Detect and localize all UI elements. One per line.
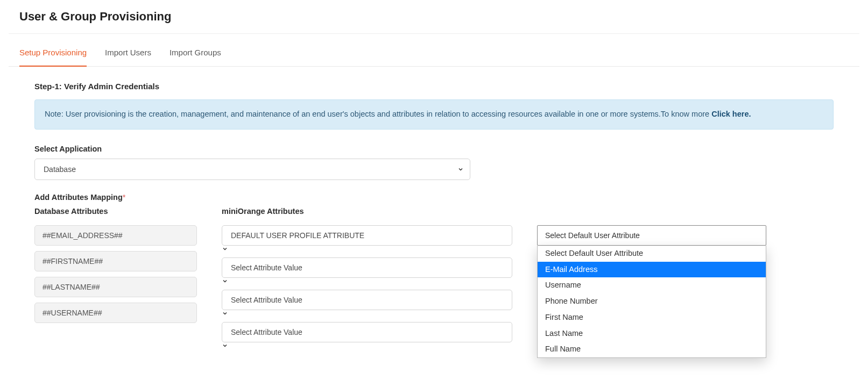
database-attributes-column: Database Attributes ##EMAIL_ADDRESS## ##… <box>34 207 197 349</box>
mapping-label-text: Add Attributes Mapping <box>34 193 123 202</box>
default-user-attribute-dropdown: Select Default User Attribute E-Mail Add… <box>537 246 766 358</box>
dropdown-option[interactable]: E-Mail Address <box>538 262 766 278</box>
default-user-attribute-select[interactable]: Select Default User Attribute <box>537 225 766 246</box>
chevron-down-icon <box>222 278 512 284</box>
db-attribute-input[interactable]: ##FIRSTNAME## <box>34 251 197 271</box>
dropdown-option[interactable]: Phone Number <box>538 293 766 310</box>
attributes-mapping-block: Add Attributes Mapping* Database Attribu… <box>34 193 834 349</box>
note-text: Note: User provisioning is the creation,… <box>45 110 711 118</box>
content-area: Step-1: Verify Admin Credentials Note: U… <box>9 67 859 377</box>
step-title: Step-1: Verify Admin Credentials <box>34 82 834 91</box>
mo-attribute-select[interactable]: Select Attribute Value <box>222 257 512 278</box>
select-application-dropdown[interactable]: Database <box>34 159 470 180</box>
dropdown-option[interactable]: Select Default User Attribute <box>538 246 766 262</box>
attributes-mapping-label: Add Attributes Mapping* <box>34 193 834 202</box>
dropdown-option[interactable]: Full Name <box>538 341 766 357</box>
default-attr-header-spacer <box>537 207 766 218</box>
mo-attribute-select[interactable]: Select Attribute Value <box>222 322 512 342</box>
select-application-block: Select Application Database <box>34 145 834 180</box>
chevron-down-icon <box>222 246 512 252</box>
tab-import-users[interactable]: Import Users <box>105 36 151 67</box>
mo-attribute-select[interactable]: Select Attribute Value <box>222 290 512 310</box>
info-note: Note: User provisioning is the creation,… <box>34 99 834 130</box>
db-attribute-input[interactable]: ##USERNAME## <box>34 303 197 323</box>
tab-setup-provisioning[interactable]: Setup Provisioning <box>19 36 87 67</box>
db-attribute-input[interactable]: ##EMAIL_ADDRESS## <box>34 225 197 246</box>
mo-attribute-select[interactable]: DEFAULT USER PROFILE ATTRIBUTE <box>222 225 512 246</box>
page-title: User & Group Provisioning <box>9 0 859 34</box>
dropdown-option[interactable]: Username <box>538 277 766 293</box>
db-attribute-input[interactable]: ##LASTNAME## <box>34 277 197 297</box>
dropdown-option[interactable]: First Name <box>538 310 766 326</box>
click-here-link[interactable]: Click here. <box>711 110 751 118</box>
miniorange-attributes-header: miniOrange Attributes <box>222 207 512 218</box>
miniorange-attributes-column: miniOrange Attributes DEFAULT USER PROFI… <box>222 207 512 349</box>
required-mark: * <box>123 193 126 202</box>
select-application-label: Select Application <box>34 145 834 153</box>
default-user-attribute-column: Select Default User Attribute Select Def… <box>537 207 766 349</box>
dropdown-option[interactable]: Last Name <box>538 326 766 342</box>
tab-import-groups[interactable]: Import Groups <box>170 36 221 67</box>
chevron-down-icon <box>222 310 512 317</box>
tab-bar: Setup Provisioning Import Users Import G… <box>9 36 859 67</box>
database-attributes-header: Database Attributes <box>34 207 197 218</box>
chevron-down-icon <box>222 342 512 349</box>
